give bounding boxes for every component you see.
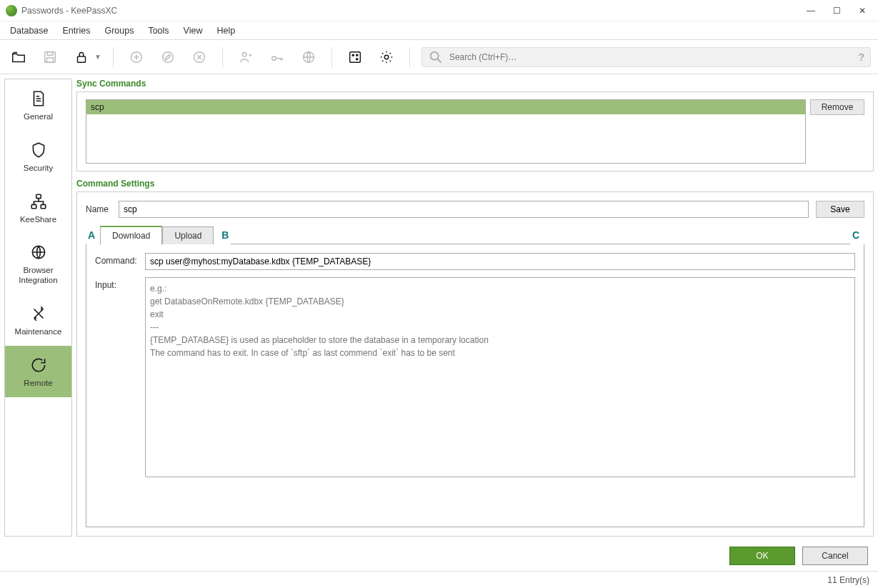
sidebar-item-label: Remote xyxy=(24,379,52,389)
window-title: Passwords - KeePassXC xyxy=(21,6,807,16)
close-button[interactable]: ✕ xyxy=(858,6,867,16)
remove-button[interactable]: Remove xyxy=(810,99,864,115)
command-settings-title: Command Settings xyxy=(76,179,874,189)
save-icon[interactable] xyxy=(39,46,61,69)
callout-B: B xyxy=(219,229,231,241)
settings-icon[interactable] xyxy=(375,46,398,69)
maximize-button[interactable]: ☐ xyxy=(832,6,841,16)
sidebar-item-label: Maintenance xyxy=(15,327,62,337)
copy-user-icon[interactable] xyxy=(234,46,257,69)
sidebar-item-security[interactable]: Security xyxy=(5,131,71,182)
ok-button[interactable]: OK xyxy=(729,547,795,565)
svg-rect-18 xyxy=(41,204,46,208)
tab-download[interactable]: Download xyxy=(100,226,162,245)
menu-help[interactable]: Help xyxy=(209,23,242,39)
dialog-buttons: OK Cancel xyxy=(0,541,878,571)
app-icon xyxy=(6,5,17,16)
search-input[interactable] xyxy=(449,52,853,62)
svg-point-7 xyxy=(242,52,246,56)
svg-point-12 xyxy=(356,58,358,59)
lock-dropdown-caret[interactable]: ▼ xyxy=(94,53,101,61)
menu-database[interactable]: Database xyxy=(3,23,56,39)
save-button[interactable]: Save xyxy=(816,201,864,218)
callout-A: A xyxy=(86,229,97,241)
command-input[interactable] xyxy=(145,253,855,270)
sidebar-item-label: General xyxy=(24,112,53,122)
sidebar-item-keeshare[interactable]: KeeShare xyxy=(5,182,71,234)
delete-entry-icon[interactable] xyxy=(188,46,211,69)
tab-upload[interactable]: Upload xyxy=(162,226,214,244)
search-help-icon[interactable]: ? xyxy=(858,51,864,63)
open-icon[interactable] xyxy=(7,46,30,69)
name-input[interactable] xyxy=(119,201,809,218)
svg-rect-2 xyxy=(46,57,53,61)
svg-rect-10 xyxy=(350,51,361,62)
edit-entry-icon[interactable] xyxy=(156,46,179,69)
menu-view[interactable]: View xyxy=(176,23,210,39)
svg-rect-16 xyxy=(36,194,41,198)
sidebar-item-general[interactable]: General xyxy=(5,79,71,131)
menu-groups[interactable]: Groups xyxy=(97,23,141,39)
menu-tools[interactable]: Tools xyxy=(141,23,176,39)
lock-icon[interactable] xyxy=(70,46,93,69)
sync-commands-list[interactable]: scp xyxy=(86,99,806,164)
sidebar-item-maintenance[interactable]: Maintenance xyxy=(5,294,71,346)
svg-point-14 xyxy=(384,55,389,59)
input-textarea[interactable] xyxy=(145,277,855,477)
cancel-button[interactable]: Cancel xyxy=(802,547,868,565)
menubar: Database Entries Groups Tools View Help xyxy=(0,21,878,40)
settings-sidebar: General Security KeeShare Browser Integr… xyxy=(4,79,72,537)
svg-rect-3 xyxy=(78,56,86,62)
add-entry-icon[interactable] xyxy=(125,46,148,69)
svg-rect-1 xyxy=(47,51,52,55)
sidebar-item-label: Security xyxy=(24,164,54,174)
copy-password-icon[interactable] xyxy=(266,46,289,69)
status-entries: 11 Entry(s) xyxy=(827,575,869,585)
sync-command-item[interactable]: scp xyxy=(86,100,805,114)
svg-point-11 xyxy=(352,54,354,56)
sync-commands-section: Sync Commands scp Remove xyxy=(76,79,874,171)
search-box[interactable]: ? xyxy=(421,47,871,67)
titlebar: Passwords - KeePassXC — ☐ ✕ xyxy=(0,0,878,21)
sync-commands-title: Sync Commands xyxy=(76,79,874,89)
svg-rect-17 xyxy=(31,204,36,208)
password-generator-icon[interactable] xyxy=(344,46,366,69)
sidebar-item-browser-integration[interactable]: Browser Integration xyxy=(5,233,71,294)
menu-entries[interactable]: Entries xyxy=(56,23,98,39)
svg-point-15 xyxy=(431,51,439,59)
command-label: Command: xyxy=(95,253,139,266)
minimize-button[interactable]: — xyxy=(807,6,815,16)
copy-url-icon[interactable] xyxy=(297,46,320,69)
input-label: Input: xyxy=(95,277,139,290)
callout-C: C xyxy=(850,229,862,241)
sidebar-item-label: KeeShare xyxy=(20,215,56,225)
svg-point-13 xyxy=(356,54,358,56)
svg-point-5 xyxy=(163,51,174,62)
tab-body-download: Command: Input: xyxy=(86,244,864,527)
sidebar-item-label: Browser Integration xyxy=(19,266,57,286)
name-label: Name xyxy=(86,204,111,214)
svg-point-8 xyxy=(272,56,276,61)
command-settings-section: Command Settings Name Save A Download Up… xyxy=(76,179,874,537)
sidebar-item-remote[interactable]: Remote xyxy=(5,346,71,397)
statusbar: 11 Entry(s) xyxy=(0,571,878,588)
toolbar: ▼ ? xyxy=(0,40,878,74)
